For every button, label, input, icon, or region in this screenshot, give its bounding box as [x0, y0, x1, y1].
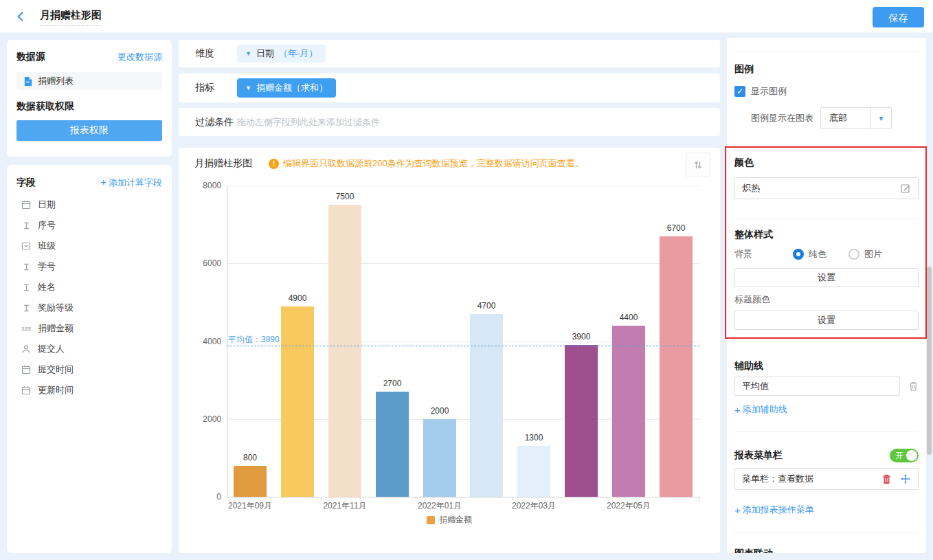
legend-swatch [427, 516, 435, 524]
dimension-label: 维度 [195, 47, 237, 60]
page-title: 月捐赠柱形图 [40, 9, 102, 26]
delete-icon[interactable] [881, 473, 892, 484]
fields-title: 字段 [16, 177, 36, 189]
bar-value-label: 1300 [510, 433, 557, 443]
background-option[interactable]: 纯色 [793, 248, 827, 260]
bar-value-label: 4900 [274, 293, 321, 303]
show-legend-checkbox[interactable]: ✓ [734, 86, 745, 97]
plus-icon: + [734, 404, 741, 416]
legend-position-value: 底部 [821, 108, 870, 128]
y-axis [227, 186, 227, 497]
permission-title: 数据获取权限 [16, 100, 162, 113]
field-label: 更新时间 [38, 384, 74, 396]
bar [565, 345, 598, 497]
metric-row: 指标 ▼ 捐赠金额（求和） [179, 74, 720, 102]
x-axis [227, 497, 699, 497]
field-item[interactable]: 学号 [16, 256, 162, 277]
radio-unselected-icon [848, 249, 859, 260]
calendar-icon [21, 385, 32, 396]
dimension-qualifier: （年-月） [279, 47, 317, 60]
field-item[interactable]: 123捐赠金额 [16, 318, 162, 339]
bar [376, 392, 409, 497]
legend-section-title: 图例 [734, 63, 919, 76]
document-icon [22, 76, 33, 87]
save-button[interactable]: 保存 [873, 7, 924, 27]
chart-legend: 捐赠金额 [179, 514, 720, 526]
bar [612, 326, 645, 497]
field-label: 序号 [38, 219, 56, 232]
average-reference-line [227, 346, 699, 346]
bar [423, 419, 456, 497]
bar [517, 446, 550, 497]
add-guide-line-link[interactable]: +添加辅助线 [734, 403, 919, 416]
divider [734, 533, 919, 533]
text-icon [21, 220, 32, 231]
text-icon [21, 282, 32, 293]
field-item[interactable]: 班级 [16, 236, 162, 256]
menu-toggle[interactable]: 开 [890, 449, 919, 462]
bar [281, 306, 314, 497]
title-color-settings-button[interactable]: 设置 [734, 311, 919, 330]
field-item[interactable]: 提交时间 [16, 359, 162, 380]
divider [734, 52, 919, 52]
calendar-icon [21, 199, 32, 210]
edit-icon[interactable] [900, 183, 911, 194]
add-calc-field-link[interactable]: +添加计算字段 [100, 176, 162, 189]
change-datasource-link[interactable]: 更改数据源 [117, 51, 162, 63]
chart-card: 月捐赠柱形图 ! 编辑界面只取数据源前200条作为查询数据预览，完整数据请访问页… [179, 148, 720, 553]
field-label: 提交时间 [38, 363, 74, 376]
metric-pill[interactable]: ▼ 捐赠金额（求和） [237, 78, 336, 98]
filter-row[interactable]: 过滤条件 拖动左侧字段到此处来添加过滤条件 [179, 108, 720, 136]
datasource-item[interactable]: 捐赠列表 [16, 72, 162, 90]
select-icon [21, 240, 32, 251]
dimension-pill[interactable]: ▼ 日期（年-月） [237, 45, 326, 63]
trash-icon[interactable] [908, 381, 919, 392]
show-legend-label: 显示图例 [751, 85, 787, 98]
field-list: 日期序号班级学号姓名奖励等级123捐赠金额提交人提交时间更新时间 [16, 194, 162, 401]
y-axis-tick-label: 8000 [188, 181, 221, 190]
x-axis-tick-label: 2021年09月 [219, 500, 281, 512]
field-item[interactable]: 提交人 [16, 339, 162, 359]
report-permission-button[interactable]: 报表权限 [16, 120, 162, 141]
field-item[interactable]: 序号 [16, 215, 162, 236]
field-label: 提交人 [38, 343, 65, 355]
field-item[interactable]: 更新时间 [16, 380, 162, 401]
guide-line-input[interactable]: 平均值 [734, 377, 900, 396]
field-item[interactable]: 姓名 [16, 277, 162, 298]
legend-position-select[interactable]: 底部 ▼ [820, 107, 892, 129]
background-option[interactable]: 图片 [848, 248, 882, 260]
bar-value-label: 4400 [605, 313, 652, 322]
settings-panel: 图例 ✓ 显示图例 图例显示在图表 底部 ▼ 颜色 炽热 整体样式 背景 纯色图… [727, 38, 926, 553]
background-settings-button[interactable]: 设置 [734, 268, 919, 287]
color-scheme-input[interactable]: 炽热 [734, 177, 919, 199]
field-item[interactable]: 日期 [16, 194, 162, 215]
legend-item[interactable]: 捐赠金额 [427, 514, 472, 526]
filter-placeholder: 拖动左侧字段到此处来添加过滤条件 [237, 116, 380, 128]
bar-value-label: 6700 [653, 223, 699, 233]
datasource-card: 数据源 更改数据源 捐赠列表 数据获取权限 报表权限 [7, 40, 172, 157]
datasource-name: 捐赠列表 [38, 75, 74, 87]
linkage-section-title: 图表联动 [734, 548, 919, 553]
menu-item-label: 菜单栏：查看数据 [742, 473, 881, 485]
bar [470, 314, 503, 497]
calendar-icon [21, 364, 32, 375]
field-label: 捐赠金额 [38, 322, 74, 335]
field-label: 班级 [38, 240, 56, 252]
bar-value-label: 4700 [463, 301, 510, 311]
color-section-title: 颜色 [734, 157, 919, 169]
bar [660, 236, 693, 497]
chart-plot: 0200040006000800080049007500270020004700… [179, 148, 720, 553]
menu-item-row[interactable]: 菜单栏：查看数据 [734, 468, 919, 490]
x-axis-tick-label: 2022年03月 [503, 500, 565, 512]
radio-selected-icon [793, 249, 804, 260]
add-menu-link[interactable]: +添加报表操作菜单 [734, 504, 919, 516]
divider [734, 219, 919, 219]
datasource-title: 数据源 [16, 51, 45, 63]
color-scheme-value: 炽热 [742, 182, 900, 194]
x-axis-tick-label: 2022年05月 [598, 500, 660, 512]
scrollbar-thumb[interactable] [927, 267, 932, 455]
field-item[interactable]: 奖励等级 [16, 298, 162, 318]
bar [234, 466, 267, 497]
back-icon[interactable] [15, 11, 26, 22]
move-icon[interactable] [900, 473, 911, 484]
